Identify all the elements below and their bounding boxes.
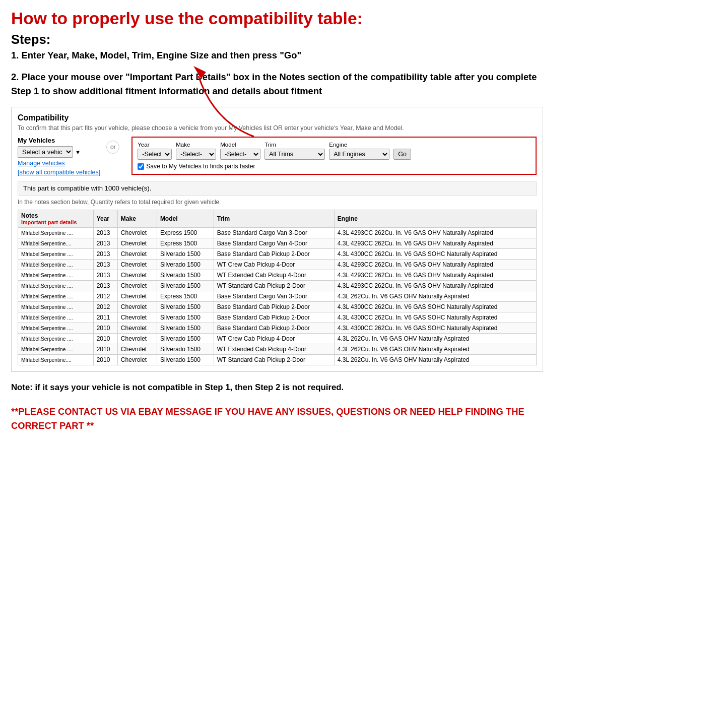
th-make: Make [117, 210, 157, 228]
trim-cell: Base Standard Cargo Van 3-Door [214, 291, 334, 302]
engine-cell: 4.3L 4293CC 262Cu. In. V6 GAS OHV Natura… [334, 238, 536, 249]
engine-cell: 4.3L 4293CC 262Cu. In. V6 GAS OHV Natura… [334, 281, 536, 291]
year-label: Year [138, 142, 172, 148]
year-cell: 2013 [93, 260, 117, 270]
ymte-fields-row: Year -Select- Make -Select- Model -Selec… [138, 142, 531, 160]
year-cell: 2010 [93, 344, 117, 355]
vehicle-select-dropdown[interactable]: Select a vehicle [18, 146, 73, 158]
th-model: Model [157, 210, 214, 228]
th-year: Year [93, 210, 117, 228]
table-row: Mfrlabel:Serpentine ....2011ChevroletSil… [18, 312, 537, 323]
manage-vehicles-link[interactable]: Manage vehicles [18, 160, 100, 167]
engine-cell: 4.3L 262Cu. In. V6 GAS OHV Naturally Asp… [334, 355, 536, 365]
compat-table-body: Mfrlabel:Serpentine ....2013ChevroletExp… [18, 228, 537, 365]
table-row: Mfrlabel:Serpentine ....2010ChevroletSil… [18, 334, 537, 344]
th-engine: Engine [334, 210, 536, 228]
model-cell: Silverado 1500 [157, 355, 214, 365]
compat-top-row: My Vehicles Select a vehicle ▼ Manage ve… [18, 137, 537, 176]
model-cell: Silverado 1500 [157, 344, 214, 355]
th-notes: Notes Important part details [18, 210, 94, 228]
year-select[interactable]: -Select- [138, 149, 172, 160]
make-cell: Chevrolet [117, 270, 157, 281]
notes-cell: Mfrlabel:Serpentine .... [18, 334, 94, 344]
note-section: Note: if it says your vehicle is not com… [11, 381, 543, 394]
compatible-count-bar: This part is compatible with 1000 vehicl… [18, 181, 537, 196]
notes-cell: Mfrlabel:Serpentine .... [18, 281, 94, 291]
go-button[interactable]: Go [393, 149, 411, 160]
my-vehicles-section: My Vehicles Select a vehicle ▼ Manage ve… [18, 137, 100, 176]
save-checkbox[interactable] [138, 163, 144, 170]
engine-cell: 4.3L 4300CC 262Cu. In. V6 GAS SOHC Natur… [334, 302, 536, 312]
my-vehicles-label: My Vehicles [18, 137, 100, 144]
make-cell: Chevrolet [117, 302, 157, 312]
trim-cell: Base Standard Cargo Van 4-Door [214, 238, 334, 249]
model-cell: Silverado 1500 [157, 249, 214, 260]
show-all-link[interactable]: [show all compatible vehicles] [18, 169, 100, 176]
model-field: Model -Select- [220, 142, 260, 160]
notes-cell: Mfrlabel:Serpentine.... [18, 238, 94, 249]
steps-heading: Steps: [11, 32, 543, 47]
trim-cell: Base Standard Cab Pickup 2-Door [214, 323, 334, 334]
engine-field: Engine All Engines [329, 142, 389, 160]
year-make-engine-box: Year -Select- Make -Select- Model -Selec… [131, 137, 537, 175]
make-cell: Chevrolet [117, 238, 157, 249]
compatibility-subtitle: To confirm that this part fits your vehi… [18, 124, 537, 132]
th-trim: Trim [214, 210, 334, 228]
year-cell: 2013 [93, 228, 117, 238]
make-select[interactable]: -Select- [176, 149, 216, 160]
table-row: Mfrlabel:Serpentine ....2013ChevroletSil… [18, 249, 537, 260]
table-row: Mfrlabel:Serpentine ....2013ChevroletSil… [18, 281, 537, 291]
model-cell: Silverado 1500 [157, 302, 214, 312]
make-cell: Chevrolet [117, 281, 157, 291]
table-row: Mfrlabel:Serpentine....2010ChevroletSilv… [18, 355, 537, 365]
engine-cell: 4.3L 262Cu. In. V6 GAS OHV Naturally Asp… [334, 291, 536, 302]
trim-select[interactable]: All Trims [264, 149, 325, 160]
vehicle-select-wrapper: Select a vehicle ▼ [18, 146, 100, 158]
trim-cell: Base Standard Cab Pickup 2-Door [214, 302, 334, 312]
table-row: Mfrlabel:Serpentine ....2012ChevroletExp… [18, 291, 537, 302]
table-row: Mfrlabel:Serpentine ....2013ChevroletExp… [18, 228, 537, 238]
engine-select[interactable]: All Engines [329, 149, 389, 160]
or-divider: or [106, 141, 119, 154]
model-cell: Silverado 1500 [157, 270, 214, 281]
trim-cell: WT Standard Cab Pickup 2-Door [214, 355, 334, 365]
year-cell: 2012 [93, 302, 117, 312]
make-cell: Chevrolet [117, 291, 157, 302]
make-cell: Chevrolet [117, 260, 157, 270]
th-notes-sub: Important part details [21, 219, 90, 225]
year-cell: 2010 [93, 334, 117, 344]
make-cell: Chevrolet [117, 323, 157, 334]
table-row: Mfrlabel:Serpentine ....2013ChevroletSil… [18, 270, 537, 281]
engine-cell: 4.3L 262Cu. In. V6 GAS OHV Naturally Asp… [334, 334, 536, 344]
table-row: Mfrlabel:Serpentine ....2013ChevroletSil… [18, 260, 537, 270]
compatibility-table: Notes Important part details Year Make M… [18, 210, 537, 365]
trim-cell: WT Extended Cab Pickup 4-Door [214, 344, 334, 355]
make-label: Make [176, 142, 216, 148]
main-title: How to properly use the compatibility ta… [11, 9, 543, 28]
make-cell: Chevrolet [117, 355, 157, 365]
year-cell: 2013 [93, 249, 117, 260]
notes-cell: Mfrlabel:Serpentine .... [18, 228, 94, 238]
trim-cell: WT Standard Cab Pickup 2-Door [214, 281, 334, 291]
contact-section: **PLEASE CONTACT US VIA EBAY MESSAGE IF … [11, 405, 543, 432]
make-cell: Chevrolet [117, 312, 157, 323]
engine-cell: 4.3L 4293CC 262Cu. In. V6 GAS OHV Natura… [334, 260, 536, 270]
notes-cell: Mfrlabel:Serpentine .... [18, 291, 94, 302]
table-row: Mfrlabel:Serpentine ....2010ChevroletSil… [18, 323, 537, 334]
engine-cell: 4.3L 4300CC 262Cu. In. V6 GAS SOHC Natur… [334, 312, 536, 323]
model-cell: Silverado 1500 [157, 323, 214, 334]
notes-cell: Mfrlabel:Serpentine .... [18, 323, 94, 334]
model-select[interactable]: -Select- [220, 149, 260, 160]
step2-text: 2. Place your mouse over "Important Part… [11, 70, 543, 98]
trim-field: Trim All Trims [264, 142, 325, 160]
notes-cell: Mfrlabel:Serpentine .... [18, 312, 94, 323]
model-cell: Silverado 1500 [157, 260, 214, 270]
year-cell: 2010 [93, 355, 117, 365]
make-cell: Chevrolet [117, 334, 157, 344]
make-field: Make -Select- [176, 142, 216, 160]
notes-cell: Mfrlabel:Serpentine .... [18, 260, 94, 270]
compatibility-title: Compatibility [18, 113, 537, 122]
trim-label: Trim [264, 142, 325, 148]
year-cell: 2013 [93, 238, 117, 249]
save-row: Save to My Vehicles to finds parts faste… [138, 163, 531, 170]
